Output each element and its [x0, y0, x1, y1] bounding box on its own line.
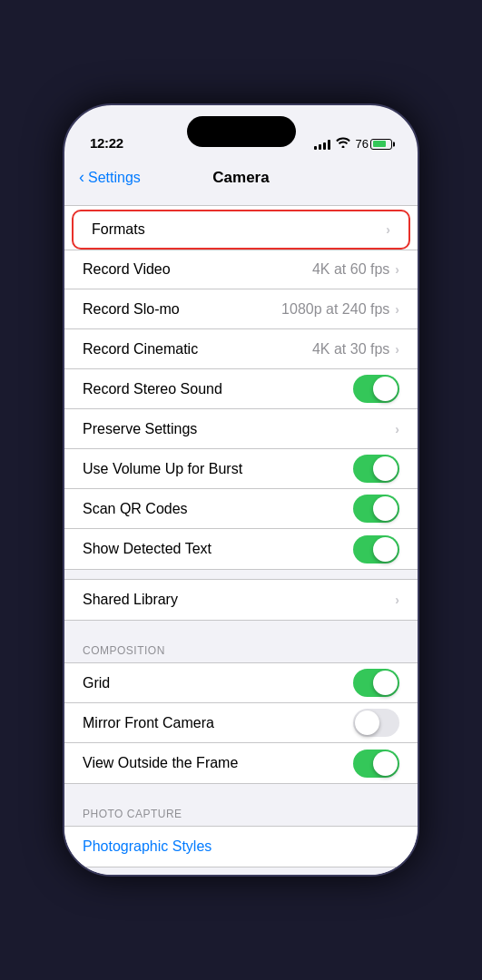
view-outside-frame-row[interactable]: View Outside the Frame: [64, 743, 418, 783]
toggle-knob: [373, 377, 398, 401]
scroll-content[interactable]: Formats › Record Video 4K at 60 fps › Re…: [64, 198, 418, 875]
scan-qr-codes-row[interactable]: Scan QR Codes: [64, 489, 418, 529]
back-chevron-icon: ‹: [79, 168, 84, 187]
record-slomo-chevron-icon: ›: [395, 302, 399, 317]
record-slomo-label: Record Slo-mo: [83, 301, 281, 318]
signal-bar-2: [319, 144, 321, 150]
battery-container: 76: [356, 137, 392, 151]
mirror-front-camera-label: Mirror Front Camera: [83, 715, 353, 731]
phone-frame: 12:22 76: [63, 103, 419, 877]
shared-library-row[interactable]: Shared Library ›: [64, 580, 418, 620]
preserve-settings-label: Preserve Settings: [83, 421, 395, 437]
toggle-knob: [373, 671, 398, 695]
grid-label: Grid: [83, 675, 353, 691]
battery-fill: [373, 141, 386, 147]
back-button[interactable]: ‹ Settings: [79, 169, 141, 187]
toggle-knob: [373, 456, 398, 481]
record-stereo-sound-label: Record Stereo Sound: [83, 381, 353, 397]
wifi-icon: [336, 137, 350, 151]
toggle-knob: [373, 537, 398, 562]
formats-chevron-icon: ›: [386, 222, 390, 237]
record-stereo-sound-toggle[interactable]: [353, 375, 399, 403]
record-video-value: 4K at 60 fps: [312, 261, 389, 278]
grid-toggle[interactable]: [353, 669, 399, 697]
grid-row[interactable]: Grid: [64, 663, 418, 703]
composition-group: Grid Mirror Front Camera View Outside th…: [64, 662, 418, 784]
status-time: 12:22: [90, 135, 123, 151]
shared-library-chevron-icon: ›: [395, 593, 399, 607]
show-detected-text-label: Show Detected Text: [83, 541, 353, 557]
record-video-chevron-icon: ›: [395, 262, 399, 277]
view-outside-frame-toggle[interactable]: [353, 750, 399, 778]
record-cinematic-chevron-icon: ›: [395, 342, 399, 357]
scan-qr-codes-label: Scan QR Codes: [83, 501, 353, 517]
signal-bar-4: [328, 140, 330, 150]
volume-up-burst-label: Use Volume Up for Burst: [83, 461, 353, 477]
page-title: Camera: [212, 169, 269, 187]
shared-library-label: Shared Library: [83, 592, 395, 608]
signal-bar-1: [314, 146, 317, 150]
status-icons: 76: [314, 137, 392, 151]
photo-capture-section-label: PHOTO CAPTURE: [64, 793, 418, 826]
signal-bars-icon: [314, 139, 330, 150]
battery-level: 76: [356, 137, 369, 151]
mirror-front-camera-toggle[interactable]: [353, 709, 399, 737]
record-stereo-sound-row[interactable]: Record Stereo Sound: [64, 369, 418, 409]
back-label: Settings: [88, 170, 141, 186]
dynamic-island: [187, 116, 296, 147]
camera-settings-group: Formats › Record Video 4K at 60 fps › Re…: [64, 205, 418, 570]
signal-bar-3: [323, 142, 326, 150]
nav-header: ‹ Settings Camera: [64, 158, 418, 198]
record-cinematic-row[interactable]: Record Cinematic 4K at 30 fps ›: [64, 329, 418, 369]
record-cinematic-value: 4K at 30 fps: [312, 341, 389, 358]
photo-capture-group: Photographic Styles: [64, 826, 418, 867]
photographic-styles-row[interactable]: Photographic Styles: [64, 827, 418, 867]
mirror-front-camera-row[interactable]: Mirror Front Camera: [64, 703, 418, 743]
toggle-knob: [355, 710, 379, 735]
formats-label: Formats: [92, 221, 386, 238]
show-detected-text-toggle[interactable]: [353, 535, 399, 564]
toggle-knob: [373, 751, 398, 776]
record-video-label: Record Video: [83, 261, 312, 278]
record-video-row[interactable]: Record Video 4K at 60 fps ›: [64, 250, 418, 289]
shared-library-group: Shared Library ›: [64, 579, 418, 621]
view-outside-frame-label: View Outside the Frame: [83, 755, 353, 771]
photographic-styles-label: Photographic Styles: [83, 838, 399, 855]
scan-qr-codes-toggle[interactable]: [353, 495, 399, 523]
composition-section-label: COMPOSITION: [64, 630, 418, 662]
preserve-settings-row[interactable]: Preserve Settings ›: [64, 409, 418, 449]
preserve-settings-chevron-icon: ›: [395, 422, 399, 436]
volume-up-burst-toggle[interactable]: [353, 455, 399, 483]
toggle-knob: [373, 496, 398, 521]
volume-up-burst-row[interactable]: Use Volume Up for Burst: [64, 449, 418, 489]
show-detected-text-row[interactable]: Show Detected Text: [64, 529, 418, 569]
record-slomo-row[interactable]: Record Slo-mo 1080p at 240 fps ›: [64, 289, 418, 329]
record-cinematic-label: Record Cinematic: [83, 341, 312, 358]
record-slomo-value: 1080p at 240 fps: [281, 301, 389, 318]
formats-row[interactable]: Formats ›: [72, 210, 410, 250]
battery-icon: [370, 139, 392, 150]
